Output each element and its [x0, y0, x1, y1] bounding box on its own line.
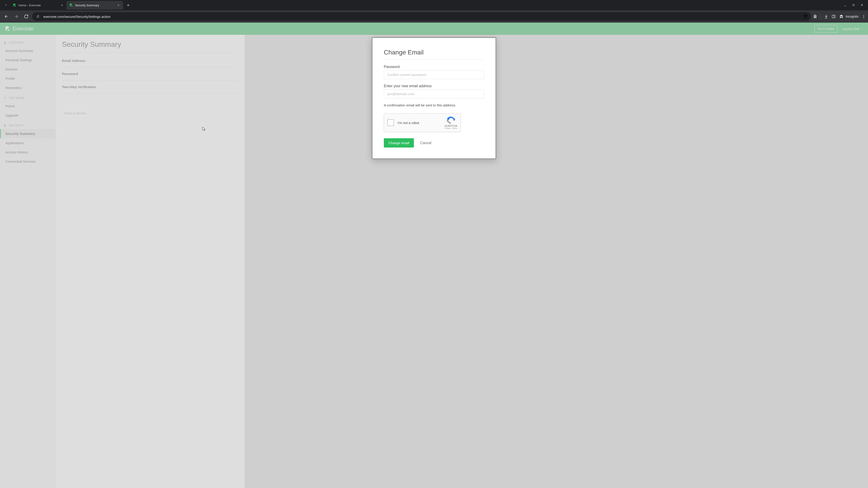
tab-title: Home - Evernote: [19, 4, 58, 7]
divider: [820, 14, 821, 19]
site-settings-icon[interactable]: [35, 14, 41, 19]
change-email-button[interactable]: Change email: [384, 138, 414, 148]
change-email-modal: Change Email Password Enter your new ema…: [372, 37, 496, 159]
incognito-label: Incognito: [846, 15, 859, 18]
reload-button[interactable]: [22, 12, 30, 21]
address-bar: evernote.com/secure/SecuritySettings.act…: [0, 10, 868, 23]
svg-point-1: [38, 15, 39, 16]
help-text: A confirmation email will be sent to thi…: [384, 103, 484, 107]
recaptcha-widget: I'm not a robot reCAPTCHA Privacy - Term…: [384, 113, 461, 132]
maximize-button[interactable]: [852, 3, 855, 7]
recaptcha-brand: reCAPTCHA Privacy - Terms: [444, 116, 457, 129]
svg-point-5: [864, 16, 864, 17]
close-icon[interactable]: [60, 3, 64, 7]
url-text: evernote.com/secure/SecuritySettings.act…: [43, 15, 801, 19]
forward-button[interactable]: [12, 12, 20, 21]
tab-search-dropdown[interactable]: [2, 1, 10, 9]
modal-title: Change Email: [384, 49, 484, 59]
svg-point-6: [864, 18, 864, 18]
svg-rect-0: [853, 4, 855, 6]
modal-backdrop[interactable]: Change Email Password Enter your new ema…: [0, 23, 868, 488]
tab-home-evernote[interactable]: Home - Evernote: [10, 1, 66, 9]
email-input[interactable]: [384, 90, 484, 98]
incognito-badge[interactable]: Incognito: [839, 14, 859, 19]
close-icon[interactable]: [117, 3, 120, 7]
bookmark-icon[interactable]: [803, 14, 808, 19]
recaptcha-checkbox[interactable]: [387, 119, 394, 126]
side-panel-icon[interactable]: [832, 14, 836, 19]
svg-rect-3: [832, 15, 835, 18]
cursor-icon: [202, 127, 206, 131]
close-window-button[interactable]: [860, 3, 864, 7]
chrome-menu-icon[interactable]: [862, 14, 866, 19]
recaptcha-logo-icon: [446, 116, 456, 124]
email-label: Enter your new email address: [384, 84, 484, 88]
new-tab-button[interactable]: [125, 2, 131, 8]
back-button[interactable]: [2, 12, 10, 21]
minimize-button[interactable]: [844, 3, 847, 7]
downloads-icon[interactable]: [824, 14, 829, 19]
cancel-button[interactable]: Cancel: [420, 141, 432, 145]
tab-title: Security Summary: [75, 4, 115, 7]
password-input[interactable]: [384, 70, 484, 79]
evernote-favicon-icon: [69, 3, 73, 7]
url-input[interactable]: evernote.com/secure/SecuritySettings.act…: [32, 12, 811, 21]
svg-point-2: [37, 17, 38, 18]
recaptcha-label: I'm not a robot: [398, 121, 444, 125]
password-label: Password: [384, 65, 484, 69]
svg-point-4: [864, 15, 864, 15]
evernote-favicon-icon: [13, 3, 17, 7]
tab-security-summary[interactable]: Security Summary: [66, 1, 123, 9]
extensions-icon[interactable]: [813, 14, 817, 19]
tab-bar: Home - Evernote Security Summary: [0, 0, 868, 10]
